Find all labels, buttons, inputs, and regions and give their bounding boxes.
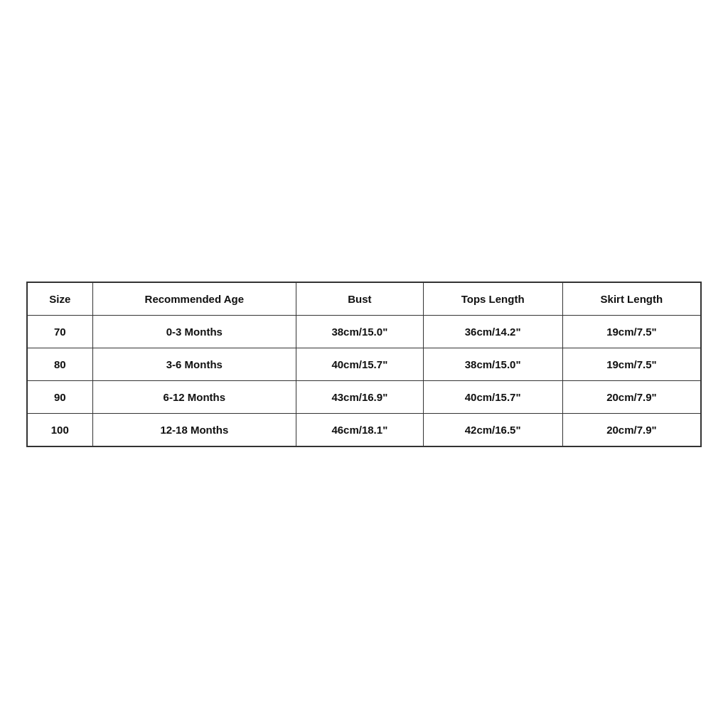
cell-age: 0-3 Months (92, 315, 296, 348)
header-skirt-length: Skirt Length (562, 282, 701, 316)
cell-bust: 40cm/15.7" (296, 348, 423, 380)
cell-size: 70 (27, 315, 92, 348)
header-recommended-age: Recommended Age (92, 282, 296, 316)
header-bust: Bust (296, 282, 423, 316)
cell-tops_length: 36cm/14.2" (423, 315, 562, 348)
cell-age: 3-6 Months (92, 348, 296, 380)
header-tops-length: Tops Length (423, 282, 562, 316)
cell-skirt_length: 19cm/7.5" (562, 348, 701, 380)
table-row: 906-12 Months43cm/16.9"40cm/15.7"20cm/7.… (27, 380, 701, 413)
size-chart-container: Size Recommended Age Bust Tops Length Sk… (26, 282, 702, 447)
size-chart-table: Size Recommended Age Bust Tops Length Sk… (26, 282, 702, 447)
cell-bust: 43cm/16.9" (296, 380, 423, 413)
cell-size: 90 (27, 380, 92, 413)
table-header-row: Size Recommended Age Bust Tops Length Sk… (27, 282, 701, 316)
cell-skirt_length: 19cm/7.5" (562, 315, 701, 348)
cell-bust: 46cm/18.1" (296, 413, 423, 446)
cell-age: 6-12 Months (92, 380, 296, 413)
table-row: 803-6 Months40cm/15.7"38cm/15.0"19cm/7.5… (27, 348, 701, 380)
cell-tops_length: 42cm/16.5" (423, 413, 562, 446)
table-row: 700-3 Months38cm/15.0"36cm/14.2"19cm/7.5… (27, 315, 701, 348)
cell-skirt_length: 20cm/7.9" (562, 413, 701, 446)
cell-size: 80 (27, 348, 92, 380)
cell-tops_length: 40cm/15.7" (423, 380, 562, 413)
cell-skirt_length: 20cm/7.9" (562, 380, 701, 413)
cell-size: 100 (27, 413, 92, 446)
header-size: Size (27, 282, 92, 316)
cell-bust: 38cm/15.0" (296, 315, 423, 348)
cell-tops_length: 38cm/15.0" (423, 348, 562, 380)
table-row: 10012-18 Months46cm/18.1"42cm/16.5"20cm/… (27, 413, 701, 446)
cell-age: 12-18 Months (92, 413, 296, 446)
